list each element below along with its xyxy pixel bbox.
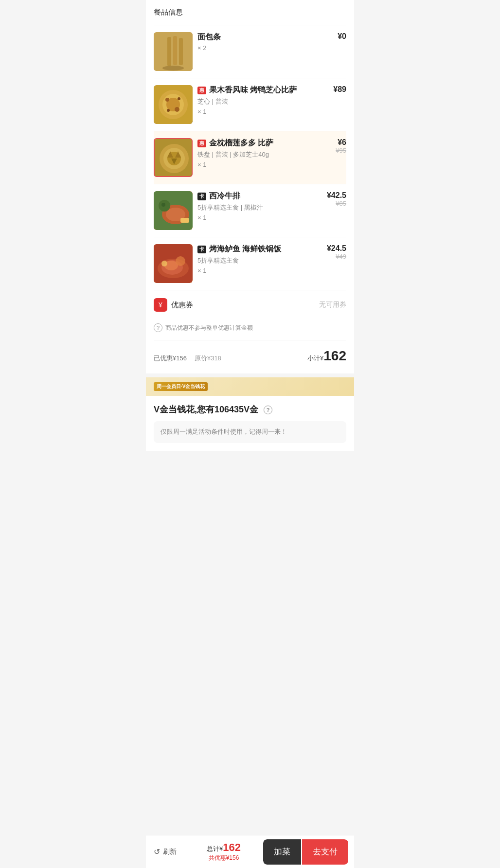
refresh-label: 刷新	[163, 848, 177, 856]
item-name-bread: 面包条	[197, 32, 221, 42]
item-name-fish: 烤海鲈鱼 海鲜铁锅饭	[209, 244, 281, 254]
svg-point-30	[176, 256, 185, 266]
item-image-steak	[154, 191, 193, 230]
item-details-steak: 卡 西冷牛排 5折享精选主食 | 黑椒汁 × 1	[193, 191, 327, 221]
subtotal-value: 162	[323, 348, 346, 363]
member-info-icon[interactable]: ?	[264, 406, 272, 414]
price-current-steak: ¥42.5	[327, 191, 346, 200]
item-name-pizza2: 金枕榴莲多多 比萨	[209, 138, 273, 148]
item-details-bread: 面包条 × 2	[193, 32, 338, 52]
price-current-pizza2: ¥6	[338, 138, 346, 147]
member-title: V金当钱花,您有106435V金 ?	[154, 404, 346, 415]
order-item-bread: 面包条 × 2 ¥0	[154, 25, 346, 78]
section-title: 餐品信息	[154, 8, 346, 17]
svg-point-24	[161, 203, 165, 207]
badge-ka-fish: 卡	[197, 246, 206, 253]
svg-point-10	[178, 97, 180, 100]
total-discount-line: 共优惠¥156	[188, 854, 259, 862]
bottom-bar: ↺ 刷新 总计¥162 共优惠¥156 加菜 去支付	[146, 835, 354, 868]
item-qty-fish: × 1	[197, 267, 322, 274]
member-card: V金当钱花,您有106435V金 ? 仅限周一满足活动条件时使用，记得周一来！	[146, 396, 354, 451]
item-sub-steak: 5折享精选主食 | 黑椒汁	[197, 203, 322, 212]
item-details-pizza1: 惠 果木香风味 烤鸭芝心比萨 芝心 | 普装 × 1	[193, 85, 333, 115]
price-current-pizza1: ¥89	[333, 85, 346, 94]
order-item-pizza1: 惠 果木香风味 烤鸭芝心比萨 芝心 | 普装 × 1 ¥89	[154, 78, 346, 131]
member-banner: 周一会员日·V金当钱花	[146, 377, 354, 396]
summary-left: 已优惠¥156 原价¥318	[154, 354, 221, 363]
badge-hui-pizza1: 惠	[197, 87, 206, 94]
member-sub-box: 仅限周一满足活动条件时使用，记得周一来！	[154, 421, 346, 443]
add-food-button[interactable]: 加菜	[263, 839, 301, 865]
svg-point-12	[167, 109, 170, 112]
price-original-fish: ¥49	[336, 253, 346, 260]
coupon-row[interactable]: ¥ 优惠券 无可用券	[154, 290, 346, 319]
item-price-bread: ¥0	[338, 32, 346, 41]
item-details-fish: 卡 烤海鲈鱼 海鲜铁锅饭 5折享精选主食 × 1	[193, 244, 327, 274]
order-item-pizza2: 惠 金枕榴莲多多 比萨 铁盘 | 普装 | 多加芝士40g × 1 ¥6 ¥95	[154, 131, 346, 184]
item-sub-pizza1: 芝心 | 普装	[197, 97, 328, 106]
item-image-fish	[154, 244, 193, 283]
item-name-steak: 西冷牛排	[209, 191, 240, 201]
item-price-pizza1: ¥89	[333, 85, 346, 94]
coupon-value: 无可用券	[319, 301, 346, 309]
refresh-button[interactable]: ↺ 刷新	[146, 847, 184, 856]
item-qty-bread: × 2	[197, 44, 333, 52]
refresh-icon: ↺	[154, 847, 160, 856]
item-image-pizza1	[154, 85, 193, 124]
price-original-pizza2: ¥95	[336, 147, 346, 154]
price-current-bread: ¥0	[338, 32, 346, 41]
total-value: 162	[223, 841, 241, 853]
order-item-steak: 卡 西冷牛排 5折享精选主食 | 黑椒汁 × 1 ¥42.5 ¥85	[154, 184, 346, 237]
subtotal-label: 小计¥	[307, 354, 323, 362]
svg-point-31	[161, 261, 167, 266]
svg-rect-25	[180, 218, 189, 223]
summary-row: 已优惠¥156 原价¥318 小计¥162	[154, 340, 346, 366]
badge-hui-pizza2: 惠	[197, 140, 206, 147]
item-price-fish: ¥24.5 ¥49	[327, 244, 346, 260]
item-qty-pizza2: × 1	[197, 161, 331, 168]
coupon-label: 优惠券	[171, 301, 193, 310]
coupon-left: ¥ 优惠券	[154, 298, 193, 312]
item-name-pizza1: 果木香风味 烤鸭芝心比萨	[209, 85, 297, 95]
svg-rect-2	[173, 36, 177, 65]
summary-discount: 已优惠¥156	[154, 354, 187, 363]
info-icon: ?	[154, 323, 162, 332]
item-qty-pizza1: × 1	[197, 108, 328, 115]
tip-row: ? 商品优惠不参与整单优惠计算金额	[154, 319, 346, 340]
member-badge: 周一会员日·V金当钱花	[154, 382, 208, 391]
summary-original: 原价¥318	[195, 354, 221, 363]
tip-text: 商品优惠不参与整单优惠计算金额	[165, 324, 253, 332]
svg-point-11	[175, 107, 179, 112]
coupon-icon: ¥	[154, 298, 167, 312]
item-price-steak: ¥42.5 ¥85	[327, 191, 346, 207]
svg-rect-1	[167, 37, 171, 66]
badge-ka-steak: 卡	[197, 193, 206, 200]
svg-point-4	[162, 66, 184, 71]
checkout-button[interactable]: 去支付	[302, 839, 348, 865]
summary-total: 小计¥162	[307, 348, 346, 364]
action-buttons: 加菜 去支付	[263, 839, 348, 865]
item-sub-pizza2: 铁盘 | 普装 | 多加芝士40g	[197, 150, 331, 159]
total-label: 总计¥	[207, 845, 223, 852]
total-info: 总计¥162 共优惠¥156	[184, 841, 263, 862]
item-details-pizza2: 惠 金枕榴莲多多 比萨 铁盘 | 普装 | 多加芝士40g × 1	[193, 138, 336, 168]
svg-point-9	[165, 98, 169, 102]
item-price-pizza2: ¥6 ¥95	[336, 138, 346, 154]
item-image-pizza2	[154, 138, 193, 177]
member-sub-text: 仅限周一满足活动条件时使用，记得周一来！	[161, 428, 287, 435]
item-sub-fish: 5折享精选主食	[197, 256, 322, 265]
price-original-steak: ¥85	[336, 200, 346, 207]
price-current-fish: ¥24.5	[327, 244, 346, 253]
total-price-line: 总计¥162	[188, 841, 259, 854]
order-item-fish: 卡 烤海鲈鱼 海鲜铁锅饭 5折享精选主食 × 1 ¥24.5 ¥49	[154, 237, 346, 290]
svg-rect-3	[179, 38, 183, 65]
item-qty-steak: × 1	[197, 214, 322, 221]
item-image-bread	[154, 32, 193, 71]
